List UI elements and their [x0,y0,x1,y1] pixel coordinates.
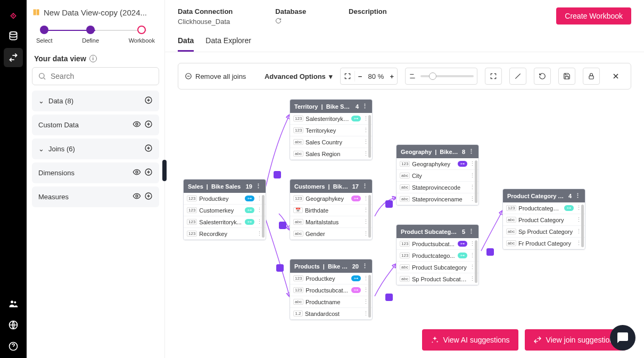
node-header[interactable]: Customers | Bike Sales 17 ⋮ [290,180,372,193]
join-connector[interactable] [274,171,281,178]
sidebar-item[interactable]: ⌄Joins (6) [32,139,159,159]
column-row[interactable]: 123 Geographykey ⊶ ⋮ [397,158,478,170]
column-row[interactable]: abc Maritalstatus ⋮ [290,216,372,228]
column-row[interactable]: 123 Territorykey ⋮ [290,125,372,136]
advanced-options-button[interactable]: Advanced Options ▾ [265,72,333,80]
resize-handle[interactable] [162,160,167,181]
kebab-icon[interactable]: ⋮ [362,103,368,110]
kebab-icon[interactable]: ⋮ [468,228,474,235]
nav-model-icon[interactable] [4,48,23,67]
node-header[interactable]: Sales | Bike Sales 19 ⋮ [184,180,266,193]
column-row[interactable]: abc City ⋮ [397,170,478,182]
eye-icon[interactable] [133,168,141,178]
search-box[interactable] [32,67,159,85]
eye-icon[interactable] [133,120,141,130]
node-header[interactable]: Product Category | Bike S... 4 ⋮ [503,189,585,202]
sidebar-item[interactable]: Custom Data [32,115,159,135]
column-row[interactable]: 123 Salesterritorykey ⊶ ⋮ [290,113,372,125]
spacing-slider[interactable] [405,68,477,85]
step-select[interactable]: Select [36,26,53,44]
tab-data[interactable]: Data [178,36,194,52]
node-header[interactable]: Product Subcategory | Bik... 5 ⋮ [397,225,478,238]
kebab-icon[interactable]: ⋮ [362,263,368,270]
table-node-category[interactable]: Product Category | Bike S... 4 ⋮ 123 Pro… [502,189,585,250]
column-row[interactable]: 123 Productsubcat... ⊶ ⋮ [397,238,478,250]
plus-icon[interactable] [144,144,153,154]
step-define[interactable]: Define [82,26,99,44]
column-row[interactable]: abc Product Category ⋮ [503,214,585,226]
table-node-products[interactable]: Products | Bike Sales 20 ⋮ 123 Productke… [290,259,373,320]
remove-all-joins-button[interactable]: Remove all joins [185,72,246,80]
column-row[interactable]: 123 Recordkey ⋮ [184,228,266,240]
sidebar-item[interactable]: Measures [32,186,159,207]
kebab-icon[interactable]: ⋮ [255,183,261,190]
column-row[interactable]: 123 Productcategoryk... ⊶ ⋮ [503,202,585,214]
table-node-subcat[interactable]: Product Subcategory | Bik... 5 ⋮ 123 Pro… [396,224,479,286]
nav-database-icon[interactable] [4,27,23,46]
column-row[interactable]: abc Sp Product Subcateg... ⋮ [397,273,478,285]
scrollbar[interactable] [368,115,371,158]
scrollbar[interactable] [581,205,584,247]
column-row[interactable]: abc Product Subcategory ⋮ [397,262,478,273]
table-node-geography[interactable]: Geography | Bike Sales 8 ⋮ 123 Geography… [396,144,479,206]
column-row[interactable]: abc Sales Country ⋮ [290,136,372,148]
nav-globe-icon[interactable] [4,315,23,335]
info-icon[interactable]: i [89,55,97,62]
column-row[interactable]: 1.2 Standardcost ⋮ [290,308,372,320]
column-row[interactable]: abc Productname ⋮ [290,296,372,308]
column-row[interactable]: 📅 Birthdate ⋮ [290,205,372,216]
column-row[interactable]: abc Stateprovincename ⋮ [397,193,478,205]
join-connector[interactable] [385,294,393,301]
close-button[interactable] [607,68,624,85]
nav-help-icon[interactable] [4,337,23,356]
plus-icon[interactable] [144,192,153,202]
column-row[interactable]: 123 Salesterritoryk... ⊶ ⋮ [184,216,266,228]
column-row[interactable]: 123 Productkey ⊶ ⋮ [184,193,266,205]
node-header[interactable]: Geography | Bike Sales 8 ⋮ [397,145,478,158]
sidebar-item[interactable]: ⌄Data (8) [32,91,159,111]
column-row[interactable]: abc Sp Product Category ⋮ [503,226,585,238]
fullscreen-button[interactable] [485,68,502,85]
sidebar-item[interactable]: Dimensions [32,162,159,183]
column-row[interactable]: 123 Productkey ⊶ ⋮ [290,273,372,284]
create-workbook-button[interactable]: Create Workbook [556,7,631,25]
intercom-launcher[interactable] [610,325,635,351]
line-button[interactable] [509,68,526,85]
lock-button[interactable] [583,68,600,85]
column-row[interactable]: 123 Customerkey ⊶ ⋮ [184,205,266,216]
node-header[interactable]: Products | Bike Sales 20 ⋮ [290,259,372,273]
column-row[interactable]: abc Sales Region ⋮ [290,148,372,160]
zoom-out-button[interactable]: − [358,72,362,80]
column-row[interactable]: 123 Geographykey ⊶ ⋮ [290,193,372,205]
fit-icon[interactable] [344,72,351,80]
column-row[interactable]: 123 Productcatego... ⊶ ⋮ [397,250,478,262]
table-node-sales[interactable]: Sales | Bike Sales 19 ⋮ 123 Productkey ⊶… [183,179,266,240]
scrollbar[interactable] [475,160,477,203]
step-workbook[interactable]: Workbook [129,26,155,44]
column-row[interactable]: abc Stateprovincecode ⋮ [397,182,478,193]
join-connector[interactable] [279,222,286,229]
view-ai-suggestions-button[interactable]: View AI suggestions [422,329,518,351]
column-row[interactable]: abc Gender ⋮ [290,228,372,240]
table-node-territory[interactable]: Territory | Bike Sales 4 ⋮ 123 Salesterr… [290,99,373,160]
zoom-in-button[interactable]: + [390,72,394,80]
scrollbar[interactable] [368,275,371,318]
tab-data-explorer[interactable]: Data Explorer [205,36,251,52]
plus-icon[interactable] [144,168,153,178]
search-input[interactable] [51,72,153,80]
kebab-icon[interactable]: ⋮ [362,183,368,190]
eye-icon[interactable] [133,192,141,202]
column-row[interactable]: abc Fr Product Category ⋮ [503,238,585,249]
scrollbar[interactable] [475,240,477,283]
table-node-customers[interactable]: Customers | Bike Sales 17 ⋮ 123 Geograph… [290,179,373,240]
undo-button[interactable] [534,68,551,85]
kebab-icon[interactable]: ⋮ [468,148,474,155]
join-connector[interactable] [385,200,393,208]
save-button[interactable] [558,68,575,85]
join-connector[interactable] [276,264,284,272]
join-connector[interactable] [486,248,494,256]
scrollbar[interactable] [262,195,265,238]
hdr-database-refresh[interactable] [275,18,306,24]
plus-icon[interactable] [144,120,153,130]
brand-logo[interactable]: ⟐ [4,5,23,25]
